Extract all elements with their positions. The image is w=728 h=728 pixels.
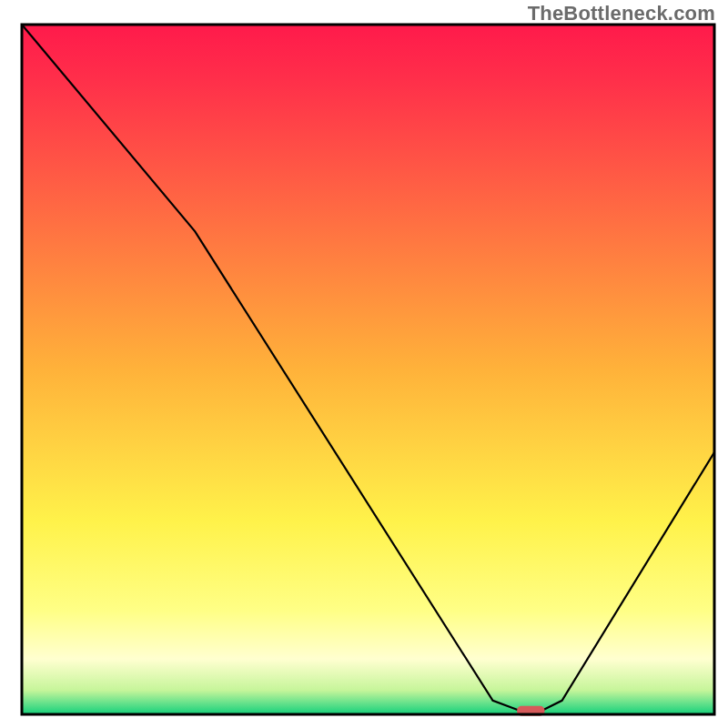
plot-background (22, 25, 714, 714)
chart-svg (0, 0, 728, 728)
watermark-label: TheBottleneck.com (528, 2, 715, 25)
bottleneck-chart: TheBottleneck.com (0, 0, 728, 728)
